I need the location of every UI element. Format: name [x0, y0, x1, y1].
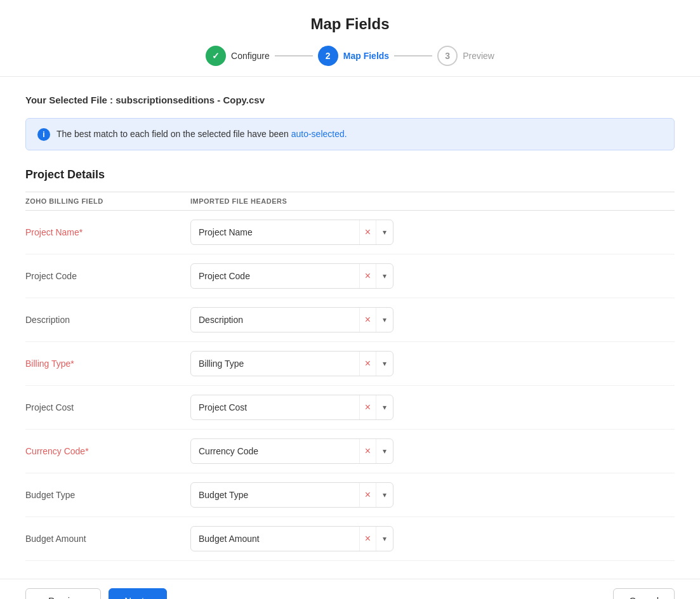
page-wrapper: Map Fields ✓ Configure 2 Map Fields: [0, 0, 700, 599]
arrow-currency-code[interactable]: ▾: [376, 439, 393, 463]
field-row-budget-type: Budget Type Budget Type × ▾: [25, 473, 675, 517]
step-label-configure: Configure: [231, 51, 270, 61]
arrow-budget-type[interactable]: ▾: [376, 483, 393, 507]
arrow-project-name[interactable]: ▾: [376, 220, 393, 244]
footer-left: ‹ Previous Next ›: [25, 588, 167, 599]
field-row-budget-amount: Budget Amount Budget Amount × ▾: [25, 517, 675, 561]
step-label-preview: Preview: [463, 51, 494, 61]
table-header: ZOHO BILLING FIELD IMPORTED FILE HEADERS: [25, 192, 675, 211]
selected-file-label: Your Selected File :: [25, 95, 113, 105]
field-row-project-name: Project Name* Project Name × ▾: [25, 211, 675, 254]
dropdown-value-budget-type: Budget Type: [191, 490, 359, 500]
dropdown-budget-amount[interactable]: Budget Amount × ▾: [190, 526, 393, 551]
auto-selected-text: auto-selected.: [291, 129, 347, 139]
dropdown-value-budget-amount: Budget Amount: [191, 534, 359, 544]
field-label-description: Description: [25, 315, 190, 325]
step-configure: ✓ Configure: [206, 46, 270, 66]
field-label-budget-amount: Budget Amount: [25, 534, 190, 544]
clear-project-code[interactable]: ×: [359, 264, 376, 288]
clear-currency-code[interactable]: ×: [359, 439, 376, 463]
previous-button[interactable]: ‹ Previous: [25, 588, 101, 599]
next-icon: ›: [148, 595, 151, 599]
step-map-fields: 2 Map Fields: [318, 46, 389, 66]
dropdown-value-description: Description: [191, 315, 359, 325]
field-label-billing-type: Billing Type*: [25, 359, 190, 369]
next-label: Next: [124, 595, 144, 599]
clear-project-cost[interactable]: ×: [359, 395, 376, 419]
field-row-currency-code: Currency Code* Currency Code × ▾: [25, 430, 675, 473]
cancel-label: Cancel: [629, 595, 659, 599]
dropdown-billing-type[interactable]: Billing Type × ▾: [190, 351, 393, 376]
field-rows-container: Project Name* Project Name × ▾ Project C…: [25, 211, 675, 561]
arrow-billing-type[interactable]: ▾: [376, 352, 393, 376]
clear-description[interactable]: ×: [359, 308, 376, 332]
field-label-currency-code: Currency Code*: [25, 446, 190, 456]
step-label-map-fields: Map Fields: [343, 51, 389, 61]
clear-billing-type[interactable]: ×: [359, 352, 376, 376]
field-row-billing-type: Billing Type* Billing Type × ▾: [25, 342, 675, 386]
step-circle-configure: ✓: [206, 46, 226, 66]
field-label-project-code: Project Code: [25, 271, 190, 281]
previous-label: Previous: [48, 595, 85, 599]
cancel-button[interactable]: Cancel: [613, 588, 675, 599]
selected-file-info: Your Selected File : subscriptionseditio…: [25, 95, 675, 105]
col-header-zoho: ZOHO BILLING FIELD: [25, 197, 190, 205]
dropdown-value-project-cost: Project Cost: [191, 402, 359, 412]
dropdown-project-name[interactable]: Project Name × ▾: [190, 220, 393, 245]
field-row-description: Description Description × ▾: [25, 298, 675, 342]
field-row-project-cost: Project Cost Project Cost × ▾: [25, 386, 675, 430]
field-label-project-name: Project Name*: [25, 227, 190, 237]
content-area: Your Selected File : subscriptionseditio…: [0, 77, 700, 579]
dropdown-value-project-code: Project Code: [191, 271, 359, 281]
dropdown-value-billing-type: Billing Type: [191, 359, 359, 369]
col-header-imported: IMPORTED FILE HEADERS: [190, 197, 675, 205]
dropdown-value-project-name: Project Name: [191, 227, 359, 237]
step-connector-1: [275, 55, 313, 56]
field-label-project-cost: Project Cost: [25, 402, 190, 412]
clear-budget-type[interactable]: ×: [359, 483, 376, 507]
step-connector-2: [394, 55, 432, 56]
info-banner: i The best match to each field on the se…: [25, 118, 675, 150]
section-title: Project Details: [25, 168, 675, 181]
next-button[interactable]: Next ›: [109, 588, 167, 599]
arrow-budget-amount[interactable]: ▾: [376, 527, 393, 551]
dropdown-budget-type[interactable]: Budget Type × ▾: [190, 482, 393, 508]
dropdown-currency-code[interactable]: Currency Code × ▾: [190, 438, 393, 464]
arrow-project-code[interactable]: ▾: [376, 264, 393, 288]
dropdown-value-currency-code: Currency Code: [191, 446, 359, 456]
field-row-project-code: Project Code Project Code × ▾: [25, 254, 675, 298]
checkmark-icon: ✓: [212, 51, 220, 61]
header: Map Fields ✓ Configure 2 Map Fields: [0, 0, 700, 77]
arrow-description[interactable]: ▾: [376, 308, 393, 332]
previous-icon: ‹: [41, 595, 44, 599]
stepper: ✓ Configure 2 Map Fields 3 Preview: [0, 46, 700, 66]
info-banner-text: The best match to each field on the sele…: [56, 128, 347, 141]
info-icon: i: [37, 128, 50, 141]
step-preview: 3 Preview: [437, 46, 494, 66]
field-label-budget-type: Budget Type: [25, 490, 190, 500]
page-title: Map Fields: [0, 15, 700, 33]
step-circle-preview: 3: [437, 46, 458, 66]
dropdown-project-code[interactable]: Project Code × ▾: [190, 263, 393, 289]
step-circle-map-fields: 2: [318, 46, 338, 66]
selected-filename: subscriptionseditions - Copy.csv: [116, 95, 265, 105]
dropdown-project-cost[interactable]: Project Cost × ▾: [190, 395, 393, 420]
clear-project-name[interactable]: ×: [359, 220, 376, 244]
dropdown-description[interactable]: Description × ▾: [190, 307, 393, 332]
footer: ‹ Previous Next › Cancel: [0, 579, 700, 599]
arrow-project-cost[interactable]: ▾: [376, 395, 393, 419]
clear-budget-amount[interactable]: ×: [359, 527, 376, 551]
